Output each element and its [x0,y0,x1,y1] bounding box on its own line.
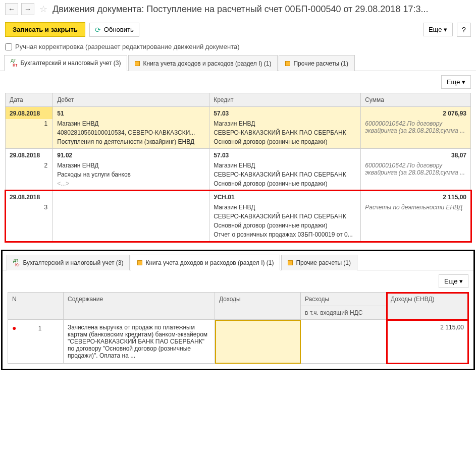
th-credit[interactable]: Кредит [209,93,361,107]
accounting-entries-table: Дата Дебет Кредит Сумма 29.08.2018 51 57… [5,93,471,242]
th-sum[interactable]: Сумма [361,93,471,107]
cell-income-envd: 2 115,00 [387,320,468,364]
cell-num: 2 [24,161,53,170]
back-button[interactable]: ← [5,3,18,15]
tab-label: Книга учета доходов и расходов (раздел I… [143,60,271,67]
calc-icon [285,61,290,66]
cell-sum: 38,07 [361,149,471,161]
tab-label: Прочие расчеты (1) [293,60,348,67]
tab-other-calculations[interactable]: Прочие расчеты (1) [279,55,355,71]
tab-label: Книга учета доходов и расходов (раздел I… [145,259,274,266]
cell-sum: 2 115,00 [361,191,471,203]
tab-label: Бухгалтерский и налоговый учет (3) [20,60,121,67]
tab-income-expense-book[interactable]: Книга учета доходов и расходов (раздел I… [128,55,278,71]
page-title: Движения документа: Поступление на расче… [52,4,471,15]
th-expense[interactable]: Расходы [301,293,387,306]
tab-other-calculations[interactable]: Прочие расчеты (1) [281,255,357,270]
cell-content: Зачислена выручка от продаж по платежным… [64,320,215,364]
manual-correction-label: Ручная корректировка (разрешает редактир… [15,43,240,50]
refresh-icon: ⟳ [95,26,101,34]
cell-credit: УСН.01 [209,191,361,203]
table-row[interactable]: 29.08.2018 91.02 57.03 38,07 [6,149,471,161]
book-icon [137,260,142,265]
refresh-button[interactable]: ⟳ Обновить [89,23,139,37]
th-expense-sub: в т.ч. входящий НДС [301,306,387,320]
cell-note: 600000010642.По договору эквайринга (за … [361,119,471,149]
income-expense-table: N Содержание Доходы Расходы Доходы (ЕНВД… [8,292,468,364]
save-close-button[interactable]: Записать и закрыть [5,22,85,37]
th-n[interactable]: N [8,293,64,320]
table-row[interactable]: 29.08.2018 УСН.01 2 115,00 [6,191,471,203]
cell-num: 3 [24,203,53,212]
th-content[interactable]: Содержание [64,293,215,320]
calc-icon [288,260,293,265]
tabs-panel-2: ДтКт Бухгалтерский и налоговый учет (3) … [3,254,473,270]
favorite-star-icon[interactable]: ☆ [39,4,47,15]
table-row[interactable]: ● 1 Зачислена выручка от продаж по плате… [8,320,468,364]
cell-note: 600000010642.По договору эквайринга (за … [361,161,471,191]
cell-income[interactable] [215,320,301,364]
highlighted-row-group: 29.08.2018 УСН.01 2 115,00 3Магазин ЕНВД… [6,191,471,242]
tab-income-expense-book[interactable]: Книга учета доходов и расходов (раздел I… [131,255,280,270]
tabs-panel-1: ДтКт Бухгалтерский и налоговый учет (3) … [0,54,476,71]
th-debit[interactable]: Дебет [53,93,209,107]
cell-expense [301,320,387,364]
cell-note: Расчеты по деятельности ЕНВД [361,203,471,242]
th-income-envd[interactable]: Доходы (ЕНВД) [387,293,468,320]
forward-button[interactable]: → [21,3,34,15]
cell-date: 29.08.2018 [6,149,53,161]
table-row[interactable]: 29.08.2018 51 57.03 2 076,93 [6,107,471,120]
cell-credit: 57.03 [209,107,361,120]
cell-debit [53,191,209,203]
cell-debit: 91.02 [53,149,209,161]
more-button[interactable]: Еще ▾ [423,23,453,36]
th-income[interactable]: Доходы [215,293,301,320]
help-button[interactable]: ? [457,23,471,37]
cell-credit: 57.03 [209,149,361,161]
manual-correction-checkbox[interactable] [5,43,12,50]
tab-label: Бухгалтерский и налоговый учет (3) [23,259,123,266]
cell-debit: 51 [53,107,209,120]
cell-sum: 2 076,93 [361,107,471,120]
cell-num: 1 [24,119,53,128]
dtkt-icon: ДтКт [13,258,20,267]
table-more-button[interactable]: Еще ▾ [441,75,471,89]
dtkt-icon: ДтКт [11,59,17,68]
tab-accounting[interactable]: ДтКт Бухгалтерский и налоговый учет (3) [7,255,130,270]
refresh-label: Обновить [104,26,134,33]
panel-income-expense: ДтКт Бухгалтерский и налоговый учет (3) … [1,250,475,370]
tab-accounting[interactable]: ДтКт Бухгалтерский и налоговый учет (3) [4,55,127,71]
cell-n: ● 1 [8,320,64,364]
table2-more-button[interactable]: Еще ▾ [439,274,468,288]
th-date[interactable]: Дата [6,93,53,107]
red-dot-icon: ● [12,324,16,332]
book-icon [135,61,140,66]
tab-label: Прочие расчеты (1) [296,259,351,266]
cell-date: 29.08.2018 [6,191,53,203]
cell-date: 29.08.2018 [6,107,53,120]
